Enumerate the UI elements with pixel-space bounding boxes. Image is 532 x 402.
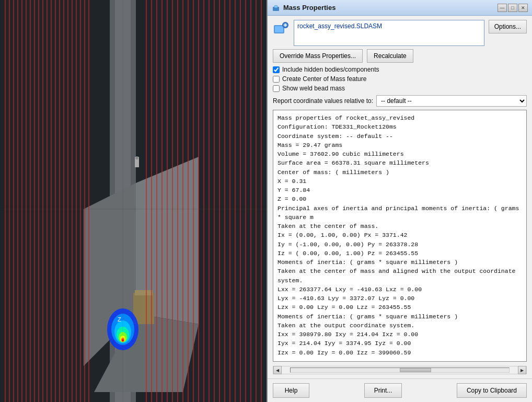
coord-label: Report coordinate values relative to: bbox=[273, 97, 373, 105]
copy-clipboard-button[interactable]: Copy to Clipboard bbox=[457, 383, 527, 398]
results-line-20: Iz = ( 0.00, 0.00, 1.00) Pz = 263455.55 bbox=[277, 249, 522, 258]
svg-rect-7 bbox=[135, 290, 153, 295]
svg-text:Z: Z bbox=[118, 316, 121, 323]
results-line-9: Surface area = 66378.31 square millimete… bbox=[277, 158, 522, 167]
title-controls: — □ ✕ bbox=[498, 4, 528, 12]
scroll-left-arrow[interactable]: ◀ bbox=[273, 366, 282, 374]
results-line-25: Lyx = -410.63 Lyy = 3372.07 Lyz = 0.00 bbox=[277, 294, 522, 303]
checkbox-row-3: Show weld bead mass bbox=[273, 85, 527, 92]
dialog-title: Mass Properties bbox=[283, 4, 336, 12]
mass-properties-dialog: Mass Properties — □ ✕ rocket_assy_revi bbox=[267, 0, 532, 402]
svg-rect-69 bbox=[275, 26, 283, 32]
results-line-24: Lxx = 263377.64 Lxy = -410.63 Lxz = 0.00 bbox=[277, 285, 522, 294]
maximize-button[interactable]: □ bbox=[508, 4, 517, 12]
results-line-5: Mass = 29.47 grams bbox=[277, 141, 522, 150]
coord-dropdown[interactable]: -- default -- bbox=[376, 95, 527, 107]
include-hidden-label: Include hidden bodies/components bbox=[282, 66, 379, 73]
center-of-mass-label: Create Center of Mass feature bbox=[282, 75, 366, 83]
file-area: rocket_assy_revised.SLDASM Options... bbox=[273, 20, 527, 46]
results-line-31: Iyx = 214.04 Iyy = 3374.95 Iyz = 0.00 bbox=[277, 339, 522, 348]
print-button[interactable]: Print... bbox=[364, 383, 402, 398]
results-line-7: Volume = 37602.90 cubic millimeters bbox=[277, 150, 522, 158]
results-line-26: Lzx = 0.00 Lzy = 0.00 Lzz = 263455.55 bbox=[277, 303, 522, 312]
dialog-icon bbox=[272, 4, 280, 12]
close-button[interactable]: ✕ bbox=[518, 4, 528, 12]
svg-rect-67 bbox=[275, 6, 277, 7]
results-line-17: Taken at the center of mass. bbox=[277, 222, 522, 231]
results-line-12: X = 0.31 bbox=[277, 177, 522, 186]
filename-display: rocket_assy_revised.SLDASM bbox=[294, 20, 484, 46]
results-line-32: Izx = 0.00 Izy = 0.00 Izz = 399060.59 bbox=[277, 348, 522, 357]
results-line-22: Moments of inertia: ( grams * square mil… bbox=[277, 258, 522, 267]
svg-point-62 bbox=[135, 156, 138, 159]
scroll-right-arrow[interactable]: ▶ bbox=[518, 366, 526, 374]
results-line-16: Principal axes of inertia and principal … bbox=[277, 204, 522, 222]
results-line-18: Ix = (0.00, 1.00, 0.00) Px = 3371.42 bbox=[277, 231, 522, 239]
results-line-1: Mass properties of rocket_assy_revised bbox=[277, 113, 522, 122]
results-area[interactable]: Mass properties of rocket_assy_revised C… bbox=[273, 110, 527, 362]
weld-bead-checkbox[interactable] bbox=[273, 85, 280, 92]
scrollbar-track bbox=[290, 367, 510, 373]
results-line-30: Ixx = 398979.80 Ixy = 214.04 Ixz = 0.00 bbox=[277, 330, 522, 339]
assembly-icon bbox=[273, 21, 290, 38]
checkboxes-section: Include hidden bodies/components Create … bbox=[273, 66, 527, 92]
dialog-content: rocket_assy_revised.SLDASM Options... Ov… bbox=[268, 16, 532, 378]
results-line-3: Coordinate system: -- default -- bbox=[277, 132, 522, 141]
include-hidden-checkbox[interactable] bbox=[273, 66, 280, 73]
results-line-14: Z = 0.00 bbox=[277, 194, 522, 203]
results-line-13: Y = 67.84 bbox=[277, 186, 522, 194]
results-line-19: Iy = (-1.00, 0.00, 0.00) Py = 263378.28 bbox=[277, 240, 522, 249]
bottom-buttons: Help Print... Copy to Clipboard bbox=[268, 378, 532, 402]
results-line-29: Taken at the output coordinate system. bbox=[277, 321, 522, 330]
dialog-title-bar: Mass Properties — □ ✕ bbox=[268, 0, 532, 16]
results-line-2: Configuration: TDE331_Rocket120ms bbox=[277, 122, 522, 131]
help-button[interactable]: Help bbox=[273, 383, 309, 398]
options-button[interactable]: Options... bbox=[489, 20, 527, 33]
checkbox-row-1: Include hidden bodies/components bbox=[273, 66, 527, 73]
override-button[interactable]: Override Mass Properties... bbox=[273, 49, 363, 63]
results-line-11: Center of mass: ( millimeters ) bbox=[277, 168, 522, 177]
center-of-mass-checkbox[interactable] bbox=[273, 76, 280, 83]
horizontal-scrollbar[interactable]: ◀ ▶ bbox=[273, 366, 527, 374]
recalculate-button[interactable]: Recalculate bbox=[367, 49, 413, 63]
coordinate-row: Report coordinate values relative to: --… bbox=[273, 95, 527, 107]
cad-viewport: Z bbox=[0, 0, 267, 402]
weld-bead-label: Show weld bead mass bbox=[282, 85, 345, 92]
results-line-23: Taken at the center of mass and aligned … bbox=[277, 267, 522, 285]
action-buttons: Override Mass Properties... Recalculate bbox=[273, 49, 527, 63]
scrollbar-thumb[interactable] bbox=[400, 368, 431, 372]
results-line-28: Moments of inertia: ( grams * square mil… bbox=[277, 312, 522, 321]
minimize-button[interactable]: — bbox=[498, 4, 507, 12]
checkbox-row-2: Create Center of Mass feature bbox=[273, 75, 527, 83]
